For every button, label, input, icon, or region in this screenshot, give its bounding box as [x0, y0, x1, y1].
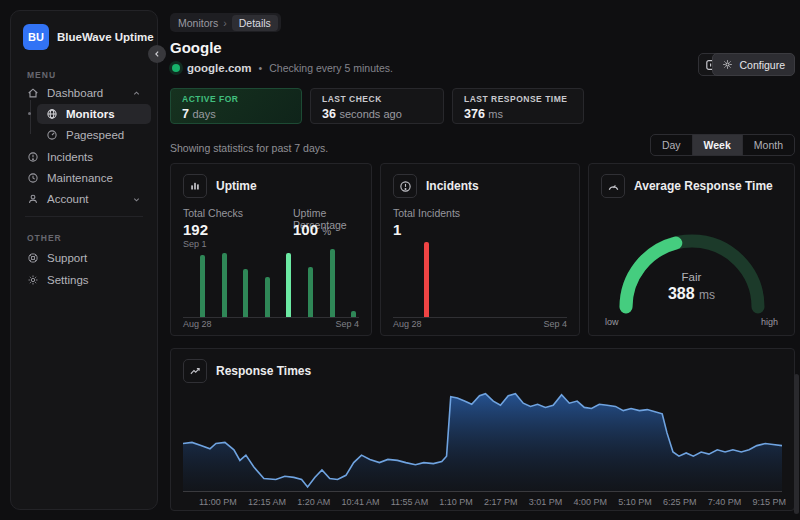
x-tick-label: 7:40 PM	[708, 497, 742, 507]
home-icon	[27, 87, 39, 99]
sidebar-item-label: Settings	[47, 274, 89, 286]
uptime-bar[interactable]	[330, 249, 335, 317]
bar-chart-icon	[183, 174, 207, 198]
chevron-left-icon	[153, 50, 161, 58]
uptime-bar[interactable]	[351, 311, 356, 317]
x-tick-label: 1:10 PM	[439, 497, 473, 507]
app-window: BU BlueWave Uptime MENU Dashboard Monito…	[0, 0, 800, 520]
sidebar-item-label: Maintenance	[47, 172, 113, 184]
uptime-bar-chart[interactable]	[183, 248, 359, 318]
chevron-up-icon[interactable]	[132, 89, 141, 98]
stat-suffix: ms	[488, 108, 503, 120]
alert-circle-icon	[27, 151, 39, 163]
sidebar-collapse-button[interactable]	[148, 45, 166, 63]
gauge-icon	[601, 174, 625, 198]
globe-icon	[46, 108, 58, 120]
uptime-bar[interactable]	[243, 269, 248, 317]
stat-card-active-for: ACTIVE FOR 7 days	[170, 88, 302, 124]
breadcrumb-parent[interactable]: Monitors	[178, 17, 218, 29]
configure-button[interactable]: Configure	[712, 53, 795, 76]
alert-circle-icon	[393, 174, 417, 198]
sidebar-item-account[interactable]: Account	[17, 189, 151, 209]
monitor-url: google.com	[187, 62, 252, 74]
uptime-bar[interactable]	[200, 255, 205, 317]
x-tick-label: 4:00 PM	[574, 497, 608, 507]
breadcrumb-current[interactable]: Details	[232, 15, 278, 31]
x-axis-start: Aug 28	[183, 319, 212, 329]
total-incidents-label: Total Incidents	[393, 207, 460, 219]
stat-value: 36	[322, 107, 336, 121]
incidents-card: Incidents Total Incidents 1 Aug 28 Sep 4	[380, 163, 580, 336]
sidebar-item-label: Account	[47, 193, 89, 205]
gauge-low-label: low	[605, 317, 619, 327]
x-tick-label: 9:15 PM	[752, 497, 786, 507]
range-option-week[interactable]: Week	[692, 135, 742, 155]
x-tick-label: 10:41 AM	[342, 497, 380, 507]
sidebar-item-label: Dashboard	[47, 87, 103, 99]
stat-value: 376	[464, 107, 485, 121]
x-axis-end: Sep 4	[543, 319, 567, 329]
stat-label: ACTIVE FOR	[182, 94, 290, 104]
sidebar-item-label: Support	[47, 252, 87, 264]
x-tick-label: 6:25 PM	[663, 497, 697, 507]
range-option-day[interactable]: Day	[651, 135, 692, 155]
check-interval-note: Checking every 5 minutes.	[269, 62, 393, 74]
range-option-month[interactable]: Month	[742, 135, 794, 155]
sidebar-item-maintenance[interactable]: Maintenance	[17, 168, 151, 188]
gear-icon	[722, 59, 733, 70]
total-checks-value: 192	[183, 221, 208, 238]
x-tick-label: 11:55 AM	[391, 497, 428, 507]
uptime-bar[interactable]	[308, 267, 313, 317]
sidebar-item-dashboard[interactable]: Dashboard	[17, 83, 151, 103]
status-up-dot	[172, 64, 180, 72]
brand-logo-row: BU BlueWave Uptime	[23, 24, 154, 50]
sidebar-item-settings[interactable]: Settings	[17, 270, 151, 290]
card-title: Uptime	[216, 179, 257, 193]
vertical-scrollbar-thumb[interactable]	[794, 374, 799, 514]
gauge-unit: ms	[699, 288, 715, 302]
x-axis-end: Sep 4	[335, 319, 359, 329]
sidebar-item-pagespeed[interactable]: Pagespeed	[37, 125, 151, 145]
submenu-tree-line	[30, 100, 31, 134]
uptime-percentage-value: 100	[293, 221, 318, 238]
card-title: Average Response Time	[634, 179, 773, 193]
stat-label: LAST RESPONSE TIME	[464, 94, 572, 104]
uptime-bar[interactable]	[265, 277, 270, 317]
brand-logo: BU	[23, 24, 49, 50]
gauge-value-text: 388	[668, 285, 695, 302]
brand-name: BlueWave Uptime	[57, 31, 154, 43]
response-times-area-chart[interactable]	[183, 379, 782, 492]
response-times-card: Response Times 11:00 PM12:15 AM1:20 AM10…	[170, 348, 795, 511]
submenu-bullet	[28, 112, 31, 115]
x-tick-label: 11:00 PM	[199, 497, 237, 507]
uptime-card: Uptime Total Checks Uptime Percentage 19…	[170, 163, 372, 336]
total-incidents-value: 1	[393, 221, 401, 238]
sidebar-item-incidents[interactable]: Incidents	[17, 147, 151, 167]
sidebar-item-support[interactable]: Support	[17, 248, 151, 268]
x-tick-label: 1:20 AM	[297, 497, 330, 507]
x-axis-start: Aug 28	[393, 319, 422, 329]
chevron-down-icon[interactable]	[132, 195, 141, 204]
sidebar-item-monitors[interactable]: Monitors	[37, 104, 151, 124]
uptime-bar[interactable]	[286, 253, 291, 317]
page-title: Google	[170, 39, 222, 56]
response-x-axis: 11:00 PM12:15 AM1:20 AM10:41 AM11:55 AM1…	[199, 497, 786, 507]
incidents-bar-chart[interactable]	[393, 242, 567, 318]
x-tick-label: 2:17 PM	[484, 497, 518, 507]
x-tick-label: 12:15 AM	[248, 497, 286, 507]
range-toggle: Day Week Month	[650, 134, 795, 156]
sidebar-item-label: Pagespeed	[66, 129, 124, 141]
stats-period-note: Showing statistics for past 7 days.	[170, 142, 328, 154]
sidebar-item-label: Monitors	[66, 108, 115, 120]
sidebar: BU BlueWave Uptime MENU Dashboard Monito…	[10, 10, 158, 510]
configure-label: Configure	[739, 59, 785, 71]
incident-bar[interactable]	[424, 242, 429, 317]
stat-value: 7	[182, 107, 189, 121]
gear-icon	[27, 274, 39, 286]
clock-icon	[27, 172, 39, 184]
life-buoy-icon	[27, 252, 39, 264]
uptime-bar[interactable]	[222, 253, 227, 317]
breadcrumb: Monitors › Details	[170, 13, 281, 32]
breadcrumb-separator: ›	[223, 17, 227, 29]
x-tick-label: 5:10 PM	[618, 497, 652, 507]
